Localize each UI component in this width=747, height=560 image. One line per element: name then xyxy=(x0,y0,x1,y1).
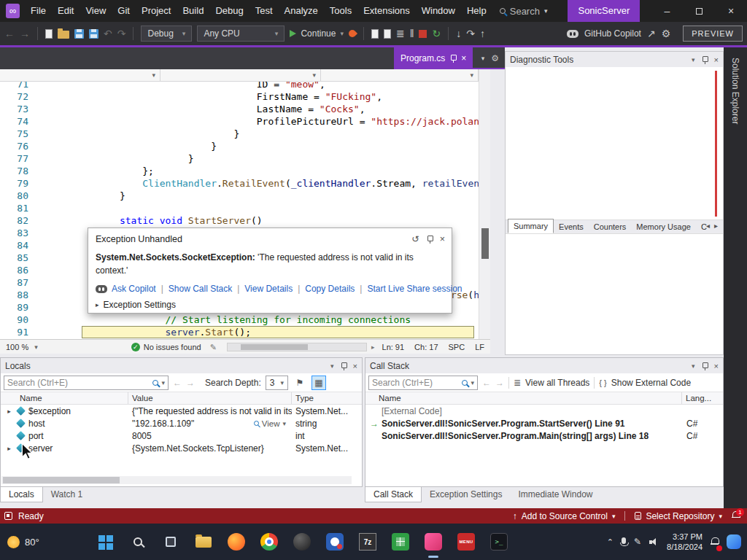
file-explorer-icon[interactable] xyxy=(192,530,215,553)
zoom-dropdown[interactable]: 100 % ▾ xyxy=(0,343,44,351)
menu-item[interactable]: Project xyxy=(136,0,177,22)
scrollbar-thumb[interactable] xyxy=(481,228,489,259)
editor-horizontal-scrollbar[interactable] xyxy=(227,343,367,351)
search-back-icon[interactable]: ← xyxy=(173,378,182,388)
locals-bottom-tab[interactable]: Locals xyxy=(0,487,43,502)
list-icon[interactable]: ≣ xyxy=(396,28,405,39)
menu-item[interactable]: Edit xyxy=(52,0,80,22)
code-line-81[interactable] xyxy=(35,202,479,214)
pin-icon[interactable] xyxy=(341,362,347,370)
task-view-button[interactable] xyxy=(159,530,182,553)
member-dropdown[interactable]: ▾ xyxy=(321,69,479,81)
search-forward-icon[interactable]: → xyxy=(495,378,504,388)
maximize-button[interactable] xyxy=(683,0,715,22)
pin-icon[interactable] xyxy=(450,54,456,63)
microphone-icon[interactable] xyxy=(622,537,626,544)
exception-settings-expander[interactable]: ▸ Exception Settings xyxy=(88,294,452,310)
call-stack-row[interactable]: →SonicServer.dll!SonicServer.Program.Sta… xyxy=(365,417,723,429)
redo-icon[interactable]: ↷ xyxy=(117,28,126,39)
terminal-icon[interactable]: >_ xyxy=(487,530,511,553)
close-button[interactable]: × xyxy=(715,0,747,22)
search-button[interactable] xyxy=(126,530,150,553)
spreadsheet-app-icon[interactable] xyxy=(389,530,412,553)
window-position-icon[interactable]: ▾ xyxy=(692,56,695,63)
dark-browser-icon[interactable] xyxy=(290,530,314,553)
capture-app-icon[interactable] xyxy=(422,530,445,553)
diagnostics-tab[interactable]: Memory Usage xyxy=(631,220,696,233)
pin-icon[interactable] xyxy=(702,362,708,370)
scroll-right-icon[interactable]: ▸ xyxy=(371,343,375,351)
pen-icon[interactable]: ✎ xyxy=(634,537,641,547)
task-status-icon[interactable] xyxy=(4,512,12,520)
locals-search-box[interactable]: ▾ xyxy=(4,376,169,390)
menu-item[interactable]: Test xyxy=(249,0,279,22)
save-all-icon[interactable] xyxy=(89,29,98,39)
scrollbar-thumb[interactable] xyxy=(241,344,308,350)
minimize-button[interactable]: – xyxy=(651,0,684,22)
code-line-72[interactable]: FirstName = "FUcking", xyxy=(35,90,479,103)
close-icon[interactable]: × xyxy=(714,55,719,64)
type-dropdown[interactable]: ▾ xyxy=(160,69,321,81)
scrollbar-thumb[interactable] xyxy=(3,477,120,483)
close-tab-icon[interactable]: × xyxy=(461,53,466,63)
gear-icon[interactable]: ⚙ xyxy=(491,53,499,63)
undo-icon[interactable]: ↶ xyxy=(104,28,112,39)
diagnostics-tab[interactable]: Summary xyxy=(508,219,554,233)
call-stack-bottom-tab[interactable]: Exception Settings xyxy=(422,487,510,502)
call-stack-bottom-tab[interactable]: Immediate Window xyxy=(510,487,600,502)
close-icon[interactable]: × xyxy=(353,362,357,370)
menu-item[interactable]: Git xyxy=(112,0,136,22)
clock[interactable]: 3:37 PM 8/18/2024 xyxy=(667,532,703,553)
diagnostics-tab[interactable]: Events xyxy=(554,220,589,233)
column-name[interactable]: Name xyxy=(1,392,128,404)
menu-item[interactable]: Tools xyxy=(324,0,357,22)
code-line-73[interactable]: LastName = "Cocks", xyxy=(35,103,479,115)
menu-item[interactable]: Analyze xyxy=(279,0,324,22)
solution-configuration-dropdown[interactable]: Debug▾ xyxy=(141,26,192,42)
expander-icon[interactable]: ▸ xyxy=(5,445,13,452)
menu-item[interactable]: Build xyxy=(177,0,209,22)
select-repository-button[interactable]: Select Repository ▾ xyxy=(635,511,722,521)
chevron-down-icon[interactable]: ▾ xyxy=(471,379,474,386)
menu-item[interactable]: Extensions xyxy=(357,0,416,22)
pause-icon[interactable]: ‖ xyxy=(410,28,414,39)
diagnostics-tab[interactable]: Counters xyxy=(589,220,632,233)
7zip-icon[interactable]: 7z xyxy=(356,530,379,553)
search-depth-dropdown[interactable]: 3 ▾ xyxy=(266,376,288,390)
hot-reload-icon[interactable] xyxy=(347,28,357,39)
search-back-icon[interactable]: ← xyxy=(482,378,491,388)
step-into-icon[interactable]: ↓ xyxy=(456,28,461,39)
tab-scroll-right-icon[interactable]: ▸ xyxy=(714,222,718,230)
tray-expand-icon[interactable]: ⌃ xyxy=(607,537,614,547)
search-input[interactable] xyxy=(7,378,150,388)
github-copilot-button[interactable]: GitHub Copilot ↗ ⚙ xyxy=(567,28,670,39)
document-health-indicator[interactable]: ✓ No issues found xyxy=(131,343,201,351)
media-app-icon[interactable] xyxy=(323,530,347,553)
column-type[interactable]: Type xyxy=(292,392,362,404)
project-dropdown[interactable]: ▾ xyxy=(0,69,160,81)
show-external-code-button[interactable]: Show External Code xyxy=(611,378,691,388)
feedback-icon[interactable]: ⚙ xyxy=(662,28,671,39)
save-icon[interactable] xyxy=(74,29,84,39)
code-line-91[interactable]: server.Start(); xyxy=(35,326,479,338)
close-icon[interactable]: × xyxy=(440,234,445,244)
firefox-icon[interactable] xyxy=(225,530,248,553)
call-stack-bottom-tab[interactable]: Call Stack xyxy=(365,487,422,502)
column-value[interactable]: Value xyxy=(128,392,292,404)
menu-item[interactable]: Help xyxy=(461,0,492,22)
weather-widget[interactable]: 80° xyxy=(7,524,39,560)
locals-row[interactable]: ▸$exception{"The requested address is no… xyxy=(1,405,362,417)
window-position-icon[interactable]: ▾ xyxy=(692,362,695,370)
pin-icon[interactable] xyxy=(702,55,708,64)
call-stack-search-box[interactable]: ▾ xyxy=(368,376,478,390)
windows-copilot-icon[interactable] xyxy=(727,534,741,549)
search-input[interactable] xyxy=(372,378,459,388)
live-share-icon[interactable]: ↗ xyxy=(647,28,656,39)
code-line-76[interactable]: } xyxy=(35,140,479,152)
locals-horizontal-scrollbar[interactable] xyxy=(1,476,352,484)
call-stack-row[interactable]: SonicServer.dll!SonicServer.Program.Main… xyxy=(365,429,723,442)
code-line-71[interactable]: ID = "meow", xyxy=(35,82,479,90)
view-all-threads-button[interactable]: View all Threads xyxy=(525,378,589,388)
eol-indicator[interactable]: LF xyxy=(475,343,484,351)
value-view-button[interactable]: View▾ xyxy=(254,419,292,428)
